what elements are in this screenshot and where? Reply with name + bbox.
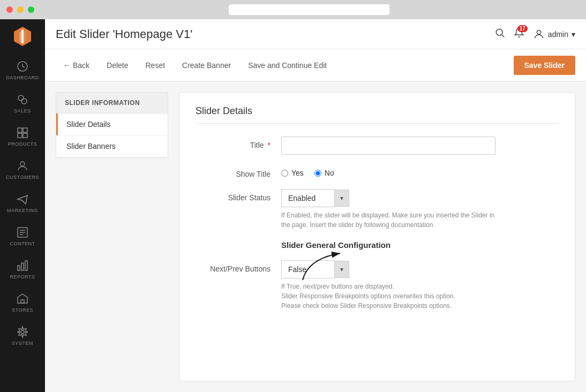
sidebar-item-marketing[interactable]: MARKETING [0, 186, 45, 220]
back-label: ← Back [63, 61, 89, 70]
create-banner-button[interactable]: Create Banner [175, 57, 238, 74]
sidebar-item-content-label: CONTENT [10, 241, 35, 246]
notification-badge: 17 [517, 25, 528, 32]
svg-point-6 [21, 99, 27, 104]
sales-icon [16, 93, 29, 106]
search-icon [494, 27, 505, 38]
magento-logo-icon [12, 26, 33, 47]
slider-status-select[interactable]: Enabled Disabled [281, 189, 335, 207]
svg-rect-19 [21, 300, 24, 303]
show-title-yes-option: Yes [281, 169, 304, 177]
required-star: * [268, 141, 271, 149]
svg-point-11 [20, 162, 25, 166]
sidebar-item-reports[interactable]: REPORTS [0, 253, 45, 286]
sidebar-item-customers[interactable]: CUSTOMERS [0, 153, 45, 186]
page-title: Edit Slider 'Homepage V1' [56, 27, 192, 41]
content-icon [16, 226, 29, 239]
sidebar-item-content[interactable]: CONTENT [0, 220, 45, 253]
sidebar-item-stores[interactable]: STORES [0, 286, 45, 319]
notification-button[interactable]: 17 [514, 27, 524, 41]
stores-icon [16, 292, 29, 305]
next-prev-help: If True, next/prev buttons are displayed… [281, 282, 495, 311]
main-content: Slider Details Title * Homepage V1 Sh [179, 92, 575, 381]
mac-close-btn[interactable] [6, 6, 13, 13]
next-prev-row: Next/Prev Buttons True False ▾ [196, 260, 559, 311]
title-control: Homepage V1 [281, 137, 559, 155]
show-title-no-label: No [325, 169, 334, 177]
sidebar-item-products[interactable]: PRODUCTS [0, 120, 45, 153]
next-prev-label: Next/Prev Buttons [196, 260, 281, 273]
reset-label: Reset [145, 61, 165, 70]
svg-rect-10 [23, 133, 27, 138]
action-bar: ← Back Delete Reset Create Banner Save a… [45, 49, 586, 81]
topbar: Edit Slider 'Homepage V1' 17 [45, 19, 586, 49]
svg-rect-8 [23, 128, 27, 132]
title-input[interactable]: Homepage V1 [281, 137, 495, 155]
show-title-row: Show Title Yes No [196, 165, 559, 178]
sidebar-item-dashboard[interactable]: DASHBOARD [0, 54, 45, 87]
sidebar: DASHBOARD SALES PRODUCTS CUSTOMERS [0, 19, 45, 392]
next-prev-control: True False ▾ If True, next/prev buttons … [281, 260, 559, 311]
save-continue-button[interactable]: Save and Continue Edit [241, 57, 334, 74]
show-title-yes-radio[interactable] [281, 170, 288, 177]
svg-rect-7 [18, 128, 22, 132]
mac-min-btn[interactable] [17, 6, 24, 13]
slider-status-help: If Enabled, the slider will be displayed… [281, 210, 495, 230]
svg-point-21 [496, 29, 502, 35]
delete-label: Delete [107, 61, 128, 70]
general-config-section: Slider General Configuration [196, 240, 559, 250]
search-button[interactable] [494, 27, 505, 41]
sidebar-item-dashboard-label: DASHBOARD [6, 75, 39, 80]
topbar-actions: 17 admin ▾ [494, 27, 575, 41]
sidebar-logo[interactable] [0, 19, 45, 54]
save-slider-button[interactable]: Save Slider [514, 56, 576, 75]
reports-icon [16, 259, 29, 272]
back-button[interactable]: ← Back [56, 57, 97, 74]
content-area: SLIDER INFORMATION Slider Details Slider… [45, 81, 586, 392]
delete-button[interactable]: Delete [99, 57, 136, 74]
sidebar-item-sales[interactable]: SALES [0, 87, 45, 120]
title-label: Title * [196, 137, 281, 149]
marketing-icon [16, 193, 29, 206]
sidebar-item-sales-label: SALES [14, 108, 31, 114]
mac-window-bar [0, 0, 586, 19]
save-label: Save Slider [524, 61, 565, 70]
sidebar-item-stores-label: STORES [12, 307, 33, 313]
main-area: Edit Slider 'Homepage V1' 17 [45, 19, 586, 392]
svg-point-20 [21, 330, 24, 334]
show-title-label: Show Title [196, 165, 281, 178]
svg-rect-18 [25, 261, 27, 270]
admin-chevron-icon: ▾ [572, 30, 575, 39]
sidebar-item-marketing-label: MARKETING [7, 208, 38, 213]
sidebar-item-system[interactable]: SYSTEM [0, 319, 45, 352]
svg-rect-3 [21, 29, 24, 43]
dashboard-icon [16, 60, 29, 73]
slider-status-control: Enabled Disabled ▾ If Enabled, the slide… [281, 189, 559, 230]
show-title-no-radio[interactable] [314, 170, 321, 177]
sidebar-item-reports-label: REPORTS [10, 274, 35, 280]
url-bar [39, 4, 580, 15]
slider-status-arrow-btn[interactable]: ▾ [335, 190, 349, 207]
admin-menu[interactable]: admin ▾ [533, 28, 575, 40]
slider-status-select-wrapper: Enabled Disabled ▾ [281, 189, 559, 207]
slider-status-row: Slider Status Enabled Disabled ▾ If Enab… [196, 189, 559, 230]
svg-point-5 [18, 95, 24, 101]
mac-max-btn[interactable] [28, 6, 34, 13]
svg-line-22 [502, 35, 504, 37]
next-prev-select-wrapper: True False ▾ [281, 260, 559, 278]
sidebar-item-products-label: PRODUCTS [8, 141, 37, 147]
svg-point-23 [537, 30, 540, 34]
svg-rect-17 [21, 263, 24, 270]
show-title-yes-label: Yes [291, 169, 304, 177]
slider-status-label: Slider Status [196, 189, 281, 202]
svg-rect-16 [18, 266, 20, 270]
left-nav-item-slider-details[interactable]: Slider Details [56, 114, 168, 135]
reset-button[interactable]: Reset [138, 57, 172, 74]
url-input[interactable] [229, 4, 389, 15]
left-nav: SLIDER INFORMATION Slider Details Slider… [56, 92, 168, 158]
left-nav-item-slider-banners[interactable]: Slider Banners [56, 135, 168, 157]
left-nav-header: SLIDER INFORMATION [56, 93, 168, 114]
next-prev-arrow-btn[interactable]: ▾ [335, 261, 349, 278]
next-prev-select[interactable]: True False [281, 260, 335, 278]
admin-label: admin [548, 30, 568, 39]
